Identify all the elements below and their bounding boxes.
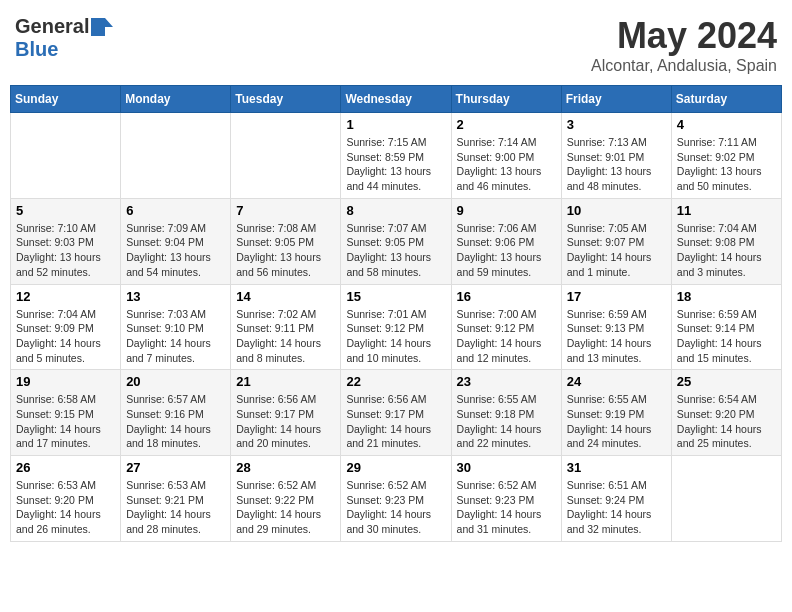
calendar-cell: 7Sunrise: 7:08 AMSunset: 9:05 PMDaylight… (231, 198, 341, 284)
calendar-cell: 13Sunrise: 7:03 AMSunset: 9:10 PMDayligh… (121, 284, 231, 370)
calendar-cell: 4Sunrise: 7:11 AMSunset: 9:02 PMDaylight… (671, 113, 781, 199)
day-number: 21 (236, 374, 335, 389)
day-number: 13 (126, 289, 225, 304)
header-sunday: Sunday (11, 86, 121, 113)
calendar-week-2: 5Sunrise: 7:10 AMSunset: 9:03 PMDaylight… (11, 198, 782, 284)
calendar-cell: 18Sunrise: 6:59 AMSunset: 9:14 PMDayligh… (671, 284, 781, 370)
location-title: Alcontar, Andalusia, Spain (591, 57, 777, 75)
calendar-cell: 19Sunrise: 6:58 AMSunset: 9:15 PMDayligh… (11, 370, 121, 456)
calendar-cell: 27Sunrise: 6:53 AMSunset: 9:21 PMDayligh… (121, 456, 231, 542)
calendar-cell (121, 113, 231, 199)
day-number: 14 (236, 289, 335, 304)
day-number: 8 (346, 203, 445, 218)
day-number: 10 (567, 203, 666, 218)
calendar-cell: 22Sunrise: 6:56 AMSunset: 9:17 PMDayligh… (341, 370, 451, 456)
cell-content: Sunrise: 6:52 AMSunset: 9:23 PMDaylight:… (457, 478, 556, 537)
calendar-week-4: 19Sunrise: 6:58 AMSunset: 9:15 PMDayligh… (11, 370, 782, 456)
day-number: 23 (457, 374, 556, 389)
day-number: 28 (236, 460, 335, 475)
calendar-cell: 17Sunrise: 6:59 AMSunset: 9:13 PMDayligh… (561, 284, 671, 370)
calendar-cell: 16Sunrise: 7:00 AMSunset: 9:12 PMDayligh… (451, 284, 561, 370)
day-number: 31 (567, 460, 666, 475)
day-number: 19 (16, 374, 115, 389)
logo-blue-text: Blue (15, 38, 58, 60)
calendar-cell: 21Sunrise: 6:56 AMSunset: 9:17 PMDayligh… (231, 370, 341, 456)
cell-content: Sunrise: 7:14 AMSunset: 9:00 PMDaylight:… (457, 135, 556, 194)
day-number: 3 (567, 117, 666, 132)
calendar-cell: 11Sunrise: 7:04 AMSunset: 9:08 PMDayligh… (671, 198, 781, 284)
header-saturday: Saturday (671, 86, 781, 113)
calendar-cell: 3Sunrise: 7:13 AMSunset: 9:01 PMDaylight… (561, 113, 671, 199)
cell-content: Sunrise: 6:57 AMSunset: 9:16 PMDaylight:… (126, 392, 225, 451)
cell-content: Sunrise: 6:55 AMSunset: 9:18 PMDaylight:… (457, 392, 556, 451)
cell-content: Sunrise: 6:56 AMSunset: 9:17 PMDaylight:… (236, 392, 335, 451)
day-number: 25 (677, 374, 776, 389)
cell-content: Sunrise: 6:53 AMSunset: 9:21 PMDaylight:… (126, 478, 225, 537)
calendar-week-3: 12Sunrise: 7:04 AMSunset: 9:09 PMDayligh… (11, 284, 782, 370)
cell-content: Sunrise: 6:59 AMSunset: 9:14 PMDaylight:… (677, 307, 776, 366)
calendar-cell: 9Sunrise: 7:06 AMSunset: 9:06 PMDaylight… (451, 198, 561, 284)
day-number: 6 (126, 203, 225, 218)
day-number: 7 (236, 203, 335, 218)
header-friday: Friday (561, 86, 671, 113)
calendar-cell: 28Sunrise: 6:52 AMSunset: 9:22 PMDayligh… (231, 456, 341, 542)
cell-content: Sunrise: 6:58 AMSunset: 9:15 PMDaylight:… (16, 392, 115, 451)
day-number: 27 (126, 460, 225, 475)
cell-content: Sunrise: 7:02 AMSunset: 9:11 PMDaylight:… (236, 307, 335, 366)
cell-content: Sunrise: 7:00 AMSunset: 9:12 PMDaylight:… (457, 307, 556, 366)
calendar-header-row: SundayMondayTuesdayWednesdayThursdayFrid… (11, 86, 782, 113)
header-thursday: Thursday (451, 86, 561, 113)
day-number: 4 (677, 117, 776, 132)
calendar-cell: 5Sunrise: 7:10 AMSunset: 9:03 PMDaylight… (11, 198, 121, 284)
day-number: 15 (346, 289, 445, 304)
cell-content: Sunrise: 7:04 AMSunset: 9:08 PMDaylight:… (677, 221, 776, 280)
calendar-cell: 29Sunrise: 6:52 AMSunset: 9:23 PMDayligh… (341, 456, 451, 542)
cell-content: Sunrise: 7:06 AMSunset: 9:06 PMDaylight:… (457, 221, 556, 280)
day-number: 30 (457, 460, 556, 475)
day-number: 26 (16, 460, 115, 475)
day-number: 9 (457, 203, 556, 218)
day-number: 5 (16, 203, 115, 218)
cell-content: Sunrise: 7:07 AMSunset: 9:05 PMDaylight:… (346, 221, 445, 280)
svg-marker-0 (91, 18, 113, 36)
cell-content: Sunrise: 7:01 AMSunset: 9:12 PMDaylight:… (346, 307, 445, 366)
calendar-cell (671, 456, 781, 542)
cell-content: Sunrise: 7:08 AMSunset: 9:05 PMDaylight:… (236, 221, 335, 280)
cell-content: Sunrise: 6:53 AMSunset: 9:20 PMDaylight:… (16, 478, 115, 537)
logo: General Blue (15, 15, 113, 61)
calendar-cell: 20Sunrise: 6:57 AMSunset: 9:16 PMDayligh… (121, 370, 231, 456)
calendar-cell: 1Sunrise: 7:15 AMSunset: 8:59 PMDaylight… (341, 113, 451, 199)
calendar-cell: 12Sunrise: 7:04 AMSunset: 9:09 PMDayligh… (11, 284, 121, 370)
calendar-week-1: 1Sunrise: 7:15 AMSunset: 8:59 PMDaylight… (11, 113, 782, 199)
calendar-cell: 15Sunrise: 7:01 AMSunset: 9:12 PMDayligh… (341, 284, 451, 370)
logo-icon (91, 18, 113, 36)
cell-content: Sunrise: 6:51 AMSunset: 9:24 PMDaylight:… (567, 478, 666, 537)
day-number: 22 (346, 374, 445, 389)
cell-content: Sunrise: 7:04 AMSunset: 9:09 PMDaylight:… (16, 307, 115, 366)
calendar-cell: 31Sunrise: 6:51 AMSunset: 9:24 PMDayligh… (561, 456, 671, 542)
cell-content: Sunrise: 6:52 AMSunset: 9:22 PMDaylight:… (236, 478, 335, 537)
calendar-cell: 25Sunrise: 6:54 AMSunset: 9:20 PMDayligh… (671, 370, 781, 456)
header-monday: Monday (121, 86, 231, 113)
day-number: 17 (567, 289, 666, 304)
cell-content: Sunrise: 6:54 AMSunset: 9:20 PMDaylight:… (677, 392, 776, 451)
cell-content: Sunrise: 7:09 AMSunset: 9:04 PMDaylight:… (126, 221, 225, 280)
calendar-cell (231, 113, 341, 199)
cell-content: Sunrise: 7:05 AMSunset: 9:07 PMDaylight:… (567, 221, 666, 280)
month-title: May 2024 (591, 15, 777, 57)
calendar-table: SundayMondayTuesdayWednesdayThursdayFrid… (10, 85, 782, 542)
cell-content: Sunrise: 6:56 AMSunset: 9:17 PMDaylight:… (346, 392, 445, 451)
cell-content: Sunrise: 7:13 AMSunset: 9:01 PMDaylight:… (567, 135, 666, 194)
logo-general-text: General (15, 15, 89, 38)
cell-content: Sunrise: 6:55 AMSunset: 9:19 PMDaylight:… (567, 392, 666, 451)
title-block: May 2024 Alcontar, Andalusia, Spain (591, 15, 777, 75)
calendar-cell: 6Sunrise: 7:09 AMSunset: 9:04 PMDaylight… (121, 198, 231, 284)
header-tuesday: Tuesday (231, 86, 341, 113)
calendar-cell: 30Sunrise: 6:52 AMSunset: 9:23 PMDayligh… (451, 456, 561, 542)
day-number: 18 (677, 289, 776, 304)
day-number: 16 (457, 289, 556, 304)
cell-content: Sunrise: 7:03 AMSunset: 9:10 PMDaylight:… (126, 307, 225, 366)
calendar-cell: 24Sunrise: 6:55 AMSunset: 9:19 PMDayligh… (561, 370, 671, 456)
calendar-cell: 2Sunrise: 7:14 AMSunset: 9:00 PMDaylight… (451, 113, 561, 199)
cell-content: Sunrise: 6:52 AMSunset: 9:23 PMDaylight:… (346, 478, 445, 537)
